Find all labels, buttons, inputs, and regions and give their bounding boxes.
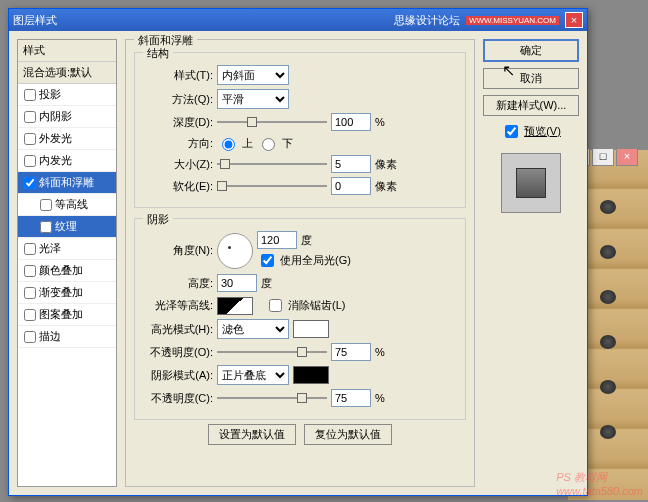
style-item-label: 纹理 bbox=[55, 219, 77, 234]
altitude-unit: 度 bbox=[261, 276, 272, 291]
style-item-label: 外发光 bbox=[39, 131, 72, 146]
angle-unit: 度 bbox=[301, 233, 312, 248]
technique-select[interactable]: 平滑 bbox=[217, 89, 289, 109]
style-item-label: 内阴影 bbox=[39, 109, 72, 124]
direction-up-radio[interactable] bbox=[222, 138, 235, 151]
dialog-title: 图层样式 bbox=[13, 13, 57, 28]
gloss-contour-picker[interactable] bbox=[217, 297, 253, 315]
style-checkbox[interactable] bbox=[24, 155, 36, 167]
highlight-color-swatch[interactable] bbox=[293, 320, 329, 338]
close-icon[interactable]: × bbox=[565, 12, 583, 28]
style-item-渐变叠加[interactable]: 渐变叠加 bbox=[18, 282, 116, 304]
set-default-button[interactable]: 设置为默认值 bbox=[208, 424, 296, 445]
altitude-input[interactable] bbox=[217, 274, 257, 292]
shadow-opacity-input[interactable] bbox=[331, 389, 371, 407]
style-checkbox[interactable] bbox=[40, 199, 52, 211]
shading-legend: 阴影 bbox=[143, 212, 173, 227]
ok-button[interactable]: 确定 bbox=[483, 39, 579, 62]
style-checkbox[interactable] bbox=[24, 265, 36, 277]
brand-url: WWW.MISSYUAN.COM bbox=[466, 16, 559, 25]
style-item-内阴影[interactable]: 内阴影 bbox=[18, 106, 116, 128]
method-label: 方法(Q): bbox=[143, 92, 213, 107]
style-item-图案叠加[interactable]: 图案叠加 bbox=[18, 304, 116, 326]
up-label: 上 bbox=[242, 136, 253, 151]
depth-label: 深度(D): bbox=[143, 115, 213, 130]
angle-dial[interactable] bbox=[217, 233, 253, 269]
style-list: 样式 混合选项:默认 投影内阴影外发光内发光斜面和浮雕等高线纹理光泽颜色叠加渐变… bbox=[17, 39, 117, 487]
style-item-斜面和浮雕[interactable]: 斜面和浮雕 bbox=[18, 172, 116, 194]
style-checkbox[interactable] bbox=[24, 287, 36, 299]
blend-options-header[interactable]: 混合选项:默认 bbox=[18, 62, 116, 84]
style-select[interactable]: 内斜面 bbox=[217, 65, 289, 85]
direction-down-radio[interactable] bbox=[262, 138, 275, 151]
highlight-mode-label: 高光模式(H): bbox=[143, 322, 213, 337]
styles-header[interactable]: 样式 bbox=[18, 40, 116, 62]
brand-text: 思缘设计论坛 bbox=[394, 13, 460, 28]
style-item-描边[interactable]: 描边 bbox=[18, 326, 116, 348]
gloss-label: 光泽等高线: bbox=[143, 298, 213, 313]
style-item-label: 颜色叠加 bbox=[39, 263, 83, 278]
style-item-等高线[interactable]: 等高线 bbox=[18, 194, 116, 216]
cancel-button[interactable]: 取消 bbox=[483, 68, 579, 89]
new-style-button[interactable]: 新建样式(W)... bbox=[483, 95, 579, 116]
close-button[interactable]: × bbox=[616, 148, 638, 166]
titlebar[interactable]: 图层样式 思缘设计论坛 WWW.MISSYUAN.COM × bbox=[9, 9, 587, 31]
style-checkbox[interactable] bbox=[40, 221, 52, 233]
highlight-opacity-unit: % bbox=[375, 346, 385, 358]
shadow-opacity-unit: % bbox=[375, 392, 385, 404]
structure-group: 结构 样式(T): 内斜面 方法(Q): 平滑 深度(D): % bbox=[134, 52, 466, 208]
style-item-label: 图案叠加 bbox=[39, 307, 83, 322]
style-label: 样式(T): bbox=[143, 68, 213, 83]
preview-swatch bbox=[501, 153, 561, 213]
style-item-投影[interactable]: 投影 bbox=[18, 84, 116, 106]
style-checkbox[interactable] bbox=[24, 111, 36, 123]
style-item-label: 投影 bbox=[39, 87, 61, 102]
style-item-光泽[interactable]: 光泽 bbox=[18, 238, 116, 260]
style-item-label: 斜面和浮雕 bbox=[39, 175, 94, 190]
style-item-纹理[interactable]: 纹理 bbox=[18, 216, 116, 238]
style-checkbox[interactable] bbox=[24, 243, 36, 255]
style-item-label: 内发光 bbox=[39, 153, 72, 168]
style-checkbox[interactable] bbox=[24, 177, 36, 189]
soften-unit: 像素 bbox=[375, 179, 397, 194]
highlight-opacity-label: 不透明度(O): bbox=[143, 345, 213, 360]
preview-checkbox[interactable] bbox=[505, 125, 518, 138]
style-item-label: 渐变叠加 bbox=[39, 285, 83, 300]
angle-label: 角度(N): bbox=[143, 243, 213, 258]
style-checkbox[interactable] bbox=[24, 133, 36, 145]
size-input[interactable] bbox=[331, 155, 371, 173]
style-item-外发光[interactable]: 外发光 bbox=[18, 128, 116, 150]
highlight-opacity-input[interactable] bbox=[331, 343, 371, 361]
maximize-button[interactable]: □ bbox=[592, 148, 614, 166]
shadow-opacity-label: 不透明度(C): bbox=[143, 391, 213, 406]
altitude-label: 高度: bbox=[143, 276, 213, 291]
style-item-label: 描边 bbox=[39, 329, 61, 344]
style-item-label: 光泽 bbox=[39, 241, 61, 256]
depth-slider[interactable] bbox=[217, 115, 327, 129]
highlight-mode-select[interactable]: 滤色 bbox=[217, 319, 289, 339]
soften-label: 软化(E): bbox=[143, 179, 213, 194]
style-item-内发光[interactable]: 内发光 bbox=[18, 150, 116, 172]
soften-input[interactable] bbox=[331, 177, 371, 195]
style-checkbox[interactable] bbox=[24, 331, 36, 343]
antialias-checkbox[interactable] bbox=[269, 299, 282, 312]
highlight-opacity-slider[interactable] bbox=[217, 345, 327, 359]
bevel-group: 斜面和浮雕 结构 样式(T): 内斜面 方法(Q): 平滑 深度(D): bbox=[125, 39, 475, 487]
style-checkbox[interactable] bbox=[24, 89, 36, 101]
global-light-checkbox[interactable] bbox=[261, 254, 274, 267]
shadow-opacity-slider[interactable] bbox=[217, 391, 327, 405]
down-label: 下 bbox=[282, 136, 293, 151]
shadow-mode-label: 阴影模式(A): bbox=[143, 368, 213, 383]
style-checkbox[interactable] bbox=[24, 309, 36, 321]
depth-input[interactable] bbox=[331, 113, 371, 131]
shadow-color-swatch[interactable] bbox=[293, 366, 329, 384]
size-slider[interactable] bbox=[217, 157, 327, 171]
soften-slider[interactable] bbox=[217, 179, 327, 193]
angle-input[interactable] bbox=[257, 231, 297, 249]
reset-default-button[interactable]: 复位为默认值 bbox=[304, 424, 392, 445]
structure-legend: 结构 bbox=[143, 46, 173, 61]
style-item-颜色叠加[interactable]: 颜色叠加 bbox=[18, 260, 116, 282]
shadow-mode-select[interactable]: 正片叠底 bbox=[217, 365, 289, 385]
center-panel: 斜面和浮雕 结构 样式(T): 内斜面 方法(Q): 平滑 深度(D): bbox=[125, 39, 475, 487]
size-unit: 像素 bbox=[375, 157, 397, 172]
